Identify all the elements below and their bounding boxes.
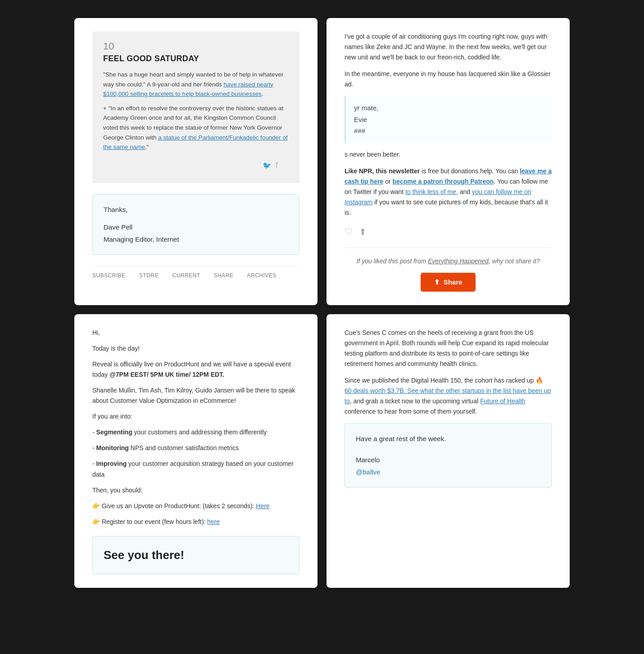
card-top-left: 10 FEEL GOOD SATURDAY "She has a huge he…: [74, 18, 317, 305]
closing-text: Have a great rest of the week.: [356, 433, 540, 445]
signature-name: Dave Pell: [104, 221, 288, 233]
divider: [345, 248, 552, 248]
future-health-link[interactable]: Future of Health: [480, 397, 525, 405]
article-title: FEEL GOOD SATURDAY: [103, 54, 289, 63]
email-body: Hi, Today is the day! Reveal is official…: [92, 328, 299, 574]
share-button[interactable]: ⬆ Share: [421, 273, 476, 292]
closing-name: Marcelo: [356, 454, 540, 466]
share-upload-icon[interactable]: ⬆: [359, 225, 367, 239]
signature-box: Thanks, Dave Pell Managing Editor, Inter…: [92, 194, 299, 255]
email-para1: Today is the day!: [92, 343, 299, 354]
see-you-there-text: See you there!: [104, 548, 184, 562]
quote-line1: yr mate,: [354, 102, 544, 114]
event-link[interactable]: here: [207, 518, 220, 525]
nav-share[interactable]: SHARE: [214, 272, 234, 279]
share-button-label: Share: [444, 278, 463, 286]
nav-store[interactable]: STORE: [139, 272, 159, 279]
digest-para1: Cue's Series C comes on the heels of rec…: [345, 328, 552, 369]
email-greeting: Hi,: [92, 328, 299, 338]
newsletter-body: I've got a couple of air conditioning gu…: [345, 32, 552, 292]
email-para4: If you are into:: [92, 411, 299, 422]
newsletter-para3: Like NPR, this newsletter is free but do…: [345, 166, 552, 218]
article-para2: + "In an effort to resolve the controver…: [103, 104, 289, 152]
signature-title: Managing Editor, Internet: [104, 233, 288, 245]
digest-para2: Since we published the Digital Health 15…: [345, 375, 552, 417]
quote-line2: Evie: [354, 114, 544, 126]
share-prompt: If you liked this post from Everything H…: [345, 256, 552, 266]
article-header: 10 FEEL GOOD SATURDAY "She has a huge he…: [92, 32, 299, 183]
email-cta2: 👉 Register to our event (few hours left)…: [92, 517, 299, 527]
heart-icon[interactable]: ♡: [345, 225, 353, 239]
closing-handle[interactable]: @ballve: [356, 466, 540, 478]
card-bottom-left: Hi, Today is the day! Reveal is official…: [74, 314, 317, 588]
card-top-right: I've got a couple of air conditioning gu…: [327, 18, 570, 305]
email-bullet2: - Monitoring NPS and customer satisfacti…: [92, 443, 299, 453]
nav-subscribe[interactable]: SUBSCRIBE: [92, 272, 126, 279]
main-grid: 10 FEEL GOOD SATURDAY "She has a huge he…: [74, 18, 570, 588]
nav-archives[interactable]: ARCHIVES: [247, 272, 277, 279]
signature-thanks: Thanks,: [104, 203, 288, 216]
email-para5: Then, you should:: [92, 485, 299, 496]
email-bullet3: - Improving your customer acquisition st…: [92, 459, 299, 479]
twitter-link[interactable]: to think less of me: [405, 188, 456, 195]
article-social: 🐦 f: [103, 157, 289, 174]
email-cta1: 👉 Give us an Upvote on ProductHunt: (tak…: [92, 501, 299, 511]
see-you-there-box: See you there!: [92, 536, 299, 574]
email-para2: Reveal is officially live on ProductHunt…: [92, 359, 299, 380]
digest-body: Cue's Series C comes on the heels of rec…: [345, 328, 552, 488]
quote-line3: ###: [354, 125, 544, 137]
article-para1: "She has a huge heart and simply wanted …: [103, 70, 289, 99]
twitter-icon[interactable]: 🐦: [263, 161, 272, 170]
article-number: 10: [103, 41, 289, 52]
action-row: ♡ ⬆: [345, 225, 552, 239]
producthunt-link[interactable]: Here: [256, 502, 269, 510]
quote-box: yr mate, Evie ###: [345, 96, 552, 143]
everything-happened-link[interactable]: Everything Happened: [428, 257, 489, 265]
newsletter-para2: In the meantime, everyone in my house ha…: [345, 69, 552, 90]
nav-bar: SUBSCRIBE STORE CURRENT SHARE ARCHIVES: [92, 266, 299, 285]
newsletter-para1: I've got a couple of air conditioning gu…: [345, 32, 552, 63]
card-bottom-right: Cue's Series C comes on the heels of rec…: [327, 314, 570, 588]
facebook-icon[interactable]: f: [276, 161, 278, 170]
closing-box: Have a great rest of the week. Marcelo @…: [345, 423, 552, 487]
email-para3: Shanelle Mullin, Tim Ash, Tim Kilroy, Gu…: [92, 385, 299, 406]
nav-current[interactable]: CURRENT: [172, 272, 200, 279]
email-bullet1: - Segmenting your customers and addressi…: [92, 427, 299, 438]
patreon-link[interactable]: become a patron through Patreon: [393, 178, 494, 185]
article-body: "She has a huge heart and simply wanted …: [103, 70, 289, 152]
share-button-container: ⬆ Share: [345, 273, 552, 292]
share-button-icon: ⬆: [434, 278, 440, 286]
